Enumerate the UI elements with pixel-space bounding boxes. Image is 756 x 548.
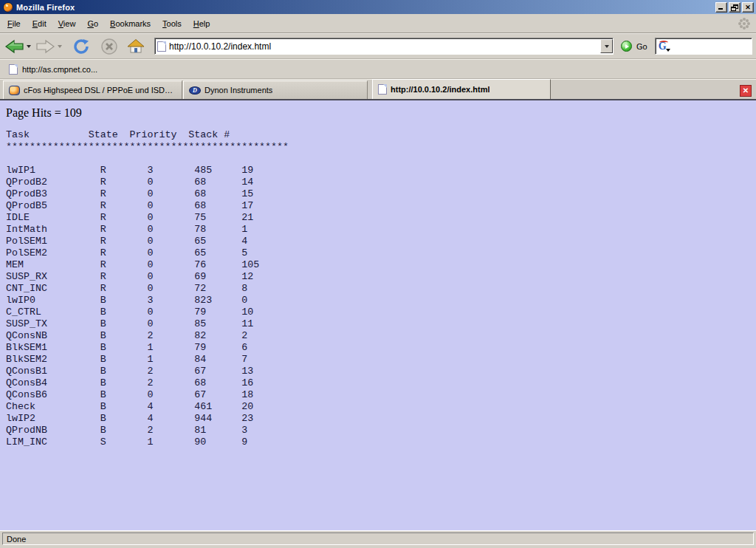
menu-go[interactable]: Go bbox=[81, 17, 104, 30]
back-arrow-icon bbox=[4, 38, 24, 55]
page-content: Page Hits = 109 Task State Priority Stac… bbox=[0, 100, 756, 530]
reload-icon bbox=[72, 38, 92, 55]
menu-view[interactable]: View bbox=[52, 17, 82, 30]
back-dropdown-icon[interactable] bbox=[27, 45, 31, 48]
menu-edit[interactable]: Edit bbox=[27, 17, 52, 30]
throbber-icon bbox=[738, 18, 750, 30]
address-dropdown-button[interactable] bbox=[600, 39, 613, 53]
browser-window: Mozilla Firefox ✕ File Edit View Go Book… bbox=[0, 0, 756, 548]
tab-dynon[interactable]: D Dynon Instruments bbox=[183, 81, 368, 99]
home-button[interactable] bbox=[126, 38, 145, 55]
window-title: Mozilla Firefox bbox=[16, 3, 714, 12]
title-bar: Mozilla Firefox ✕ bbox=[0, 0, 756, 14]
status-bar: Done bbox=[0, 530, 756, 548]
navigation-toolbar: Go G bbox=[0, 33, 756, 59]
tab-index-html-active[interactable]: http://10.0.10.2/index.html bbox=[372, 79, 551, 99]
search-box: G bbox=[655, 38, 752, 55]
google-search-icon[interactable]: G bbox=[659, 41, 671, 52]
task-table: Task State Priority Stack # ************… bbox=[6, 129, 756, 448]
document-icon bbox=[378, 84, 387, 95]
dynon-favicon: D bbox=[189, 86, 201, 95]
status-text: Done bbox=[2, 532, 754, 545]
tab-label: cFos Highspeed DSL / PPPoE und ISDN CAP.… bbox=[24, 86, 176, 95]
close-icon: ✕ bbox=[743, 3, 753, 12]
minimize-button[interactable] bbox=[715, 2, 727, 13]
restore-button[interactable] bbox=[729, 2, 740, 13]
address-page-icon bbox=[157, 41, 166, 52]
menu-bookmarks[interactable]: Bookmarks bbox=[104, 17, 157, 30]
go-icon bbox=[621, 41, 632, 52]
firefox-logo-icon bbox=[3, 2, 13, 13]
reload-button[interactable] bbox=[72, 37, 92, 56]
minimize-icon bbox=[718, 8, 723, 10]
tab-cfos[interactable]: cFos Highspeed DSL / PPPoE und ISDN CAP.… bbox=[3, 81, 182, 99]
tab-bar: cFos Highspeed DSL / PPPoE und ISDN CAP.… bbox=[0, 79, 756, 100]
go-button[interactable]: Go bbox=[621, 41, 647, 52]
address-bar bbox=[154, 38, 614, 55]
tab-label: http://10.0.10.2/index.html bbox=[391, 85, 489, 94]
forward-button[interactable] bbox=[35, 38, 63, 55]
back-button[interactable] bbox=[4, 38, 32, 55]
stop-icon bbox=[100, 38, 118, 55]
menu-file[interactable]: File bbox=[1, 17, 27, 30]
bookmark-page-icon bbox=[9, 64, 18, 75]
cfos-favicon bbox=[9, 86, 20, 95]
home-icon bbox=[127, 38, 145, 54]
stop-button[interactable] bbox=[100, 37, 119, 56]
tab-label: Dynon Instruments bbox=[205, 86, 272, 95]
bookmark-item[interactable]: http://as.cmpnet.co... bbox=[6, 63, 100, 76]
go-label: Go bbox=[636, 42, 647, 51]
bookmarks-toolbar: http://as.cmpnet.co... bbox=[0, 59, 756, 79]
menu-help[interactable]: Help bbox=[188, 17, 216, 30]
tab-close-button[interactable]: ✕ bbox=[740, 85, 752, 97]
search-input[interactable] bbox=[671, 40, 756, 53]
bookmark-label: http://as.cmpnet.co... bbox=[22, 65, 97, 74]
menu-tools[interactable]: Tools bbox=[157, 17, 188, 30]
menu-bar: File Edit View Go Bookmarks Tools Help bbox=[0, 14, 756, 33]
forward-arrow-icon bbox=[35, 38, 55, 55]
address-input[interactable] bbox=[166, 40, 600, 53]
forward-dropdown-icon[interactable] bbox=[58, 45, 62, 48]
close-button[interactable]: ✕ bbox=[742, 2, 754, 13]
page-hits-text: Page Hits = 109 bbox=[6, 106, 756, 120]
